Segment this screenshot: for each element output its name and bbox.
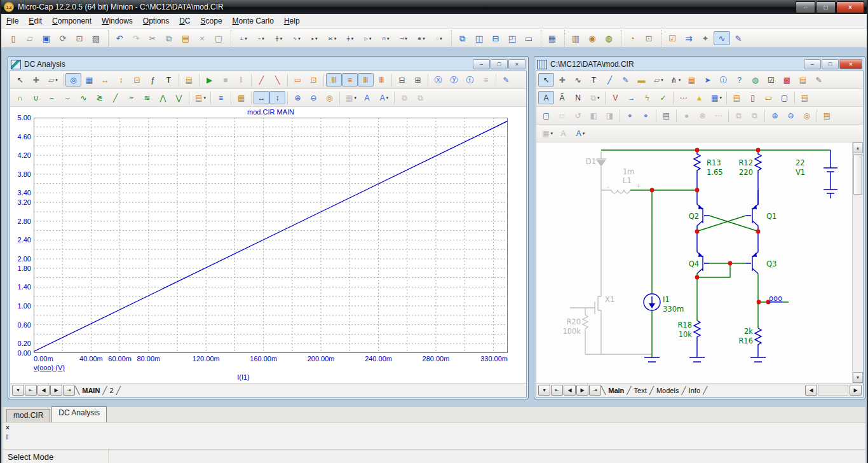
q4-label[interactable]: Q4 bbox=[689, 259, 699, 268]
paste-graph-icon[interactable]: ▤▾ bbox=[193, 91, 208, 104]
help-topics-icon[interactable]: ▥ bbox=[567, 31, 584, 45]
r20-value-label[interactable]: 100k bbox=[562, 327, 581, 336]
minimize-button[interactable]: – bbox=[796, 1, 815, 13]
show-pin-connections-icon[interactable]: ⋯ bbox=[675, 91, 691, 104]
line-mode-icon[interactable]: ╱ bbox=[602, 73, 618, 86]
schematic-window-titlebar[interactable]: C:\MC12\DATA\mod.CIR –□× bbox=[536, 58, 864, 71]
r20-label[interactable]: R20 bbox=[566, 317, 581, 326]
border-icon[interactable]: ▤ bbox=[795, 73, 811, 86]
sheet-tab-main[interactable]: MAIN bbox=[79, 387, 102, 394]
plot-legend[interactable]: v(ooo) (V) bbox=[34, 364, 65, 371]
tile-vertical-icon[interactable]: ◫ bbox=[471, 31, 487, 45]
document-tab-dc-analysis[interactable]: DC Analysis bbox=[51, 406, 107, 422]
horizontal-scroll-track[interactable] bbox=[818, 385, 848, 396]
ground-icon[interactable]: ⊥▾ bbox=[235, 31, 252, 45]
sheet-tab-info[interactable]: Info bbox=[686, 387, 703, 394]
calculator-icon[interactable]: ▦ bbox=[544, 31, 560, 45]
i1-label[interactable]: I1 bbox=[663, 295, 670, 304]
q3-label[interactable]: Q3 bbox=[766, 259, 776, 268]
align-cursors-icon[interactable]: ≡ bbox=[478, 73, 494, 86]
document-tab-mod.cir[interactable]: mod.CIR bbox=[6, 409, 50, 422]
prev-tab-button[interactable]: ◀ bbox=[564, 385, 576, 396]
link-mode-icon[interactable]: ◍ bbox=[747, 73, 763, 86]
dc-restore-button[interactable]: □ bbox=[491, 59, 508, 69]
more-icon[interactable]: ⋯ bbox=[710, 109, 726, 122]
zoom-window-icon[interactable]: ◎ bbox=[65, 73, 81, 86]
scale-graph-icon[interactable]: ▦ bbox=[81, 73, 97, 86]
cursor-bars-1-icon[interactable]: Ⅲ bbox=[326, 73, 342, 86]
sheet-tab-text[interactable]: Text bbox=[632, 387, 649, 394]
zoom-in-icon[interactable]: ⊕ bbox=[767, 109, 783, 122]
schematic-canvas[interactable]: D1 1m L1 - + R13 1.65 R12 220 22 V1 Q2 Q… bbox=[536, 142, 863, 383]
voltage-source-icon[interactable]: ⊕▾ bbox=[413, 31, 430, 45]
slope-icon[interactable]: ╱ bbox=[107, 91, 123, 104]
select-box-dots-icon[interactable]: ⊡ bbox=[306, 73, 322, 86]
menu-file[interactable]: File bbox=[1, 15, 24, 27]
enable-checkbox-icon[interactable]: ☑ bbox=[763, 73, 779, 86]
cascade-icon[interactable]: ⧉ bbox=[454, 31, 471, 45]
plot-canvas[interactable] bbox=[34, 118, 508, 353]
undo-icon[interactable]: ↶ bbox=[111, 31, 128, 45]
i1-value-label[interactable]: 330m bbox=[663, 305, 684, 314]
animate-icon[interactable]: ◔ bbox=[624, 31, 641, 45]
show-warnings-icon[interactable]: ▲ bbox=[691, 91, 707, 104]
bring-front-icon[interactable]: ⧉ bbox=[397, 91, 412, 104]
cross-cursor-icon[interactable]: ⊞ bbox=[410, 73, 426, 86]
zoom-out-icon[interactable]: ⊖ bbox=[783, 109, 799, 122]
scroll-down-button[interactable]: ▼ bbox=[853, 372, 863, 383]
v1-value-label[interactable]: 22 bbox=[796, 158, 805, 167]
x1-label[interactable]: X1 bbox=[605, 295, 614, 304]
rotate-icon[interactable]: ↺ bbox=[570, 109, 586, 122]
paste-icon[interactable]: ▤ bbox=[177, 31, 194, 45]
cursor-text-icon[interactable]: ≡ bbox=[213, 91, 229, 104]
select-rect-icon[interactable]: ▢ bbox=[210, 31, 227, 45]
new-icon[interactable]: ▯ bbox=[5, 31, 22, 45]
shapes-icon[interactable]: ▱▾ bbox=[45, 73, 61, 86]
flowchart-icon[interactable]: ⋔▾ bbox=[668, 73, 684, 86]
prev-tab-button[interactable]: ◀ bbox=[37, 385, 50, 396]
first-tab-button[interactable]: ⇤ bbox=[551, 385, 563, 396]
expand-height-icon[interactable]: ↕ bbox=[269, 91, 285, 104]
zoom-100-icon[interactable]: ◎ bbox=[322, 91, 337, 104]
print-icon[interactable]: ▨ bbox=[88, 31, 104, 45]
peak-icon[interactable]: ∩ bbox=[12, 91, 28, 104]
tab-list-button[interactable]: ▾ bbox=[12, 385, 24, 396]
x-values-icon[interactable]: ⓧ bbox=[430, 73, 446, 86]
text-mode-icon[interactable]: T bbox=[586, 73, 602, 86]
open-icon[interactable]: ▱ bbox=[22, 31, 38, 45]
menu-scope[interactable]: Scope bbox=[196, 15, 227, 27]
font-icon[interactable]: A bbox=[555, 127, 571, 140]
grid-text-icon[interactable]: ▦ bbox=[684, 73, 700, 86]
show-analysis-plot-icon[interactable]: ∿ bbox=[714, 31, 730, 45]
active-window-icon[interactable]: ⊡ bbox=[641, 31, 657, 45]
help-mode-icon[interactable]: ? bbox=[731, 73, 747, 86]
q2-label[interactable]: Q2 bbox=[689, 212, 699, 221]
stepping-icon[interactable]: ⇉ bbox=[681, 31, 697, 45]
select-area-icon[interactable]: ▢ bbox=[776, 91, 792, 104]
scroll-right-button[interactable]: ▶ bbox=[850, 385, 862, 396]
r12-label[interactable]: R12 bbox=[738, 158, 753, 167]
bjt-icon[interactable]: ⋉▾ bbox=[324, 31, 341, 45]
stop-icon[interactable]: ■ bbox=[217, 73, 233, 86]
gd-icon[interactable]: ≷ bbox=[92, 91, 107, 104]
send-back-icon[interactable]: ⧉ bbox=[412, 91, 428, 104]
expand-width-icon[interactable]: ↔ bbox=[254, 91, 269, 104]
inflection-icon[interactable]: ∿ bbox=[76, 91, 92, 104]
delete-icon[interactable]: × bbox=[194, 31, 210, 45]
child-restore-button[interactable]: □ bbox=[822, 59, 839, 69]
cursor-bars-3-icon[interactable]: Ⅲ bbox=[358, 73, 374, 86]
low-icon[interactable]: ⌣ bbox=[60, 91, 76, 104]
r12-value-label[interactable]: 220 bbox=[739, 168, 753, 177]
plot-area[interactable]: mod.CIR MAIN v(ooo) (V) I(I1) 5.004.604.… bbox=[10, 107, 526, 383]
tile-horizontal-icon[interactable]: ⊟ bbox=[487, 31, 504, 45]
zoom-in-icon[interactable]: ⊕ bbox=[290, 91, 306, 104]
model-library-icon[interactable]: ◉ bbox=[584, 31, 600, 45]
text-mode-icon[interactable]: T bbox=[161, 73, 177, 86]
fx-icon[interactable]: ƒ bbox=[145, 73, 161, 86]
r16-value-label[interactable]: 2k bbox=[744, 327, 753, 336]
l1-label[interactable]: L1 bbox=[623, 176, 632, 185]
scroll-up-button[interactable]: ▲ bbox=[853, 142, 863, 153]
horizontal-line-icon[interactable]: ⊟ bbox=[394, 73, 410, 86]
mosfet-icon[interactable]: ╪▾ bbox=[342, 31, 358, 45]
resistor-icon[interactable]: ⌁▾ bbox=[253, 31, 269, 45]
